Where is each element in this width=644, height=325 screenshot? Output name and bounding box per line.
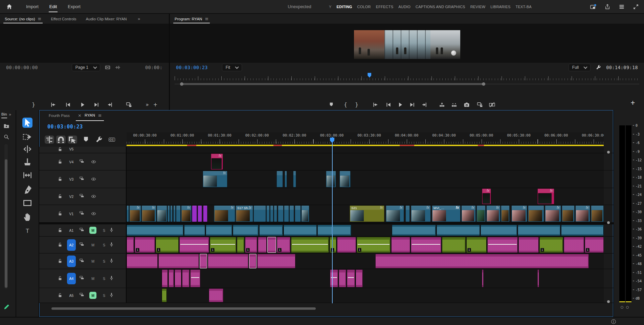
track-target-v5[interactable]: V5 — [67, 146, 76, 153]
video-clip[interactable] — [198, 205, 202, 222]
audio-clip[interactable]: 1 — [585, 237, 604, 253]
fullscreen-icon[interactable] — [632, 4, 639, 10]
audio-clip[interactable] — [330, 269, 338, 287]
linked-selection-icon[interactable] — [68, 136, 77, 144]
panel-menu-icon[interactable]: ≡ — [38, 16, 41, 21]
track-header-a2[interactable]: A2MS — [39, 237, 127, 253]
audio-clip[interactable] — [127, 237, 134, 253]
track-target-a5[interactable]: A5 — [67, 292, 76, 299]
video-clip[interactable] — [295, 205, 301, 222]
video-clip[interactable] — [591, 205, 604, 222]
timeline-tab-ryan[interactable]: ×RYAN≡ — [76, 110, 104, 121]
video-clip[interactable] — [501, 205, 510, 222]
audio-clip[interactable] — [162, 269, 168, 287]
lock-icon[interactable] — [58, 159, 63, 164]
audio-clip[interactable] — [233, 225, 259, 236]
mute-button[interactable]: M — [89, 292, 96, 299]
workspace-review[interactable]: REVIEW — [470, 5, 486, 9]
track-lane-v5[interactable] — [127, 147, 604, 153]
video-clip[interactable] — [405, 205, 410, 222]
track-lane-a5[interactable] — [127, 288, 604, 303]
track-header-a1[interactable]: A1MS — [39, 224, 127, 236]
tool-rectangle[interactable] — [22, 198, 32, 208]
solo-button[interactable]: S — [101, 292, 108, 299]
audio-clip[interactable]: 1 — [466, 237, 487, 253]
workspace-audio[interactable]: AUDIO — [398, 5, 410, 9]
track-target-v3[interactable]: V3 — [67, 176, 76, 183]
close-icon[interactable]: × — [78, 113, 82, 118]
video-clip[interactable] — [176, 205, 181, 222]
audio-clip[interactable]: 1 — [156, 237, 179, 253]
audio-clip[interactable] — [518, 237, 539, 253]
track-lane-a2[interactable]: 1111111111 — [127, 237, 604, 253]
audio-clip[interactable] — [347, 269, 355, 287]
workspace-editing[interactable]: EDITING — [337, 5, 352, 9]
mute-button[interactable]: M — [89, 241, 96, 248]
audio-clip[interactable] — [561, 225, 604, 236]
audio-clip[interactable] — [158, 254, 199, 268]
video-clip[interactable]: fx — [461, 205, 476, 222]
track-target-v1[interactable]: V1 — [67, 210, 76, 217]
workspace-libraries[interactable]: LIBRARIES — [490, 5, 510, 9]
audio-clip[interactable]: 1 — [539, 237, 563, 253]
audio-clip[interactable] — [337, 237, 356, 253]
audio-clip[interactable] — [249, 254, 257, 268]
video-clip[interactable]: fx — [482, 188, 491, 204]
go-to-in-icon[interactable] — [372, 102, 378, 108]
scrollbar-left-handle[interactable] — [180, 82, 183, 86]
video-clip[interactable] — [274, 205, 277, 222]
track-lane-v4[interactable]: fx — [127, 153, 604, 170]
settings-icon[interactable] — [95, 136, 103, 144]
program-zoom-scrollbar[interactable] — [175, 80, 639, 88]
audio-clip[interactable]: 1 — [135, 237, 155, 253]
video-clip[interactable] — [339, 171, 351, 187]
video-clip[interactable] — [168, 205, 170, 222]
track-header-v5[interactable]: V5 — [39, 147, 127, 153]
track-target-a2[interactable]: A2 — [67, 239, 76, 251]
video-clip[interactable] — [170, 205, 173, 222]
audio-clip[interactable] — [208, 254, 248, 268]
video-clip[interactable]: fx — [511, 205, 527, 222]
scrollbar-right-handle[interactable] — [482, 82, 485, 86]
video-clip[interactable] — [270, 205, 273, 222]
audio-clip[interactable] — [392, 225, 436, 236]
solo-button[interactable]: S — [101, 258, 108, 265]
audio-clip[interactable] — [179, 237, 209, 253]
program-playhead[interactable] — [368, 73, 371, 78]
export-frame-icon[interactable] — [464, 102, 470, 108]
captions-icon[interactable]: CC — [108, 136, 116, 144]
audio-clip[interactable] — [169, 269, 174, 287]
video-clip[interactable]: fx — [129, 205, 141, 222]
sync-icon[interactable] — [79, 159, 84, 164]
video-clip[interactable]: fx — [181, 205, 192, 222]
track-header-a3[interactable]: A3MS — [39, 253, 127, 269]
vertical-scroll-handle-bottom[interactable] — [607, 300, 610, 303]
tab-overflow-icon[interactable]: » — [138, 16, 140, 21]
mark-in-icon[interactable]: { — [342, 102, 349, 108]
video-clip[interactable] — [203, 205, 207, 222]
drag-audio-icon[interactable] — [115, 65, 120, 70]
eye-icon[interactable] — [91, 159, 96, 164]
video-clip[interactable] — [266, 205, 270, 222]
play-icon[interactable] — [80, 102, 86, 108]
tool-track-select-forward[interactable] — [22, 132, 32, 142]
track-lane-v2[interactable]: fxfx — [127, 188, 604, 205]
video-clip[interactable] — [528, 205, 544, 222]
lock-icon[interactable] — [58, 259, 63, 264]
tab-program-ryan[interactable]: Program: RYAN≡ — [170, 14, 213, 24]
bin-scrollbar[interactable] — [4, 144, 8, 289]
tab-audio-clip-mixer-ryan[interactable]: Audio Clip Mixer: RYAN — [81, 14, 132, 24]
search-icon[interactable] — [3, 134, 9, 140]
audio-clip[interactable] — [339, 269, 346, 287]
bin-tab[interactable]: Bin — [1, 112, 7, 118]
audio-clip[interactable] — [127, 225, 183, 236]
lock-icon[interactable] — [58, 211, 63, 216]
audio-clip[interactable] — [257, 254, 295, 268]
video-clip[interactable] — [293, 171, 296, 187]
audio-clip[interactable] — [518, 225, 560, 236]
audio-clip[interactable] — [375, 254, 589, 268]
mic-icon[interactable] — [109, 276, 114, 281]
video-clip[interactable]: fx — [214, 205, 235, 222]
track-target-v4[interactable]: V4 — [67, 159, 76, 165]
tab-source-no-clips-[interactable]: Source: (no clips)≡ — [0, 14, 46, 24]
